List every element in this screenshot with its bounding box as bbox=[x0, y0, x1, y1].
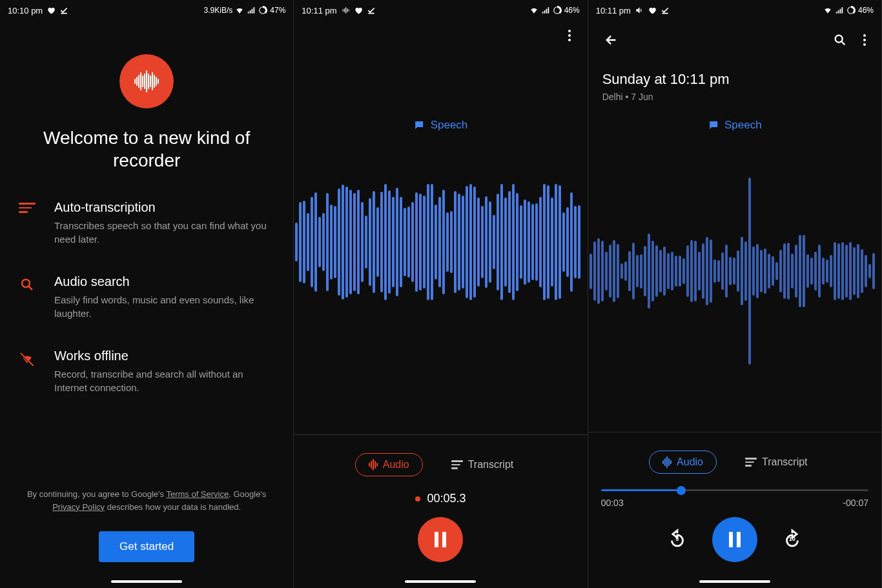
pause-recording-button[interactable] bbox=[418, 517, 463, 562]
status-bar: 10:11 pm 46% bbox=[294, 0, 587, 18]
svg-point-1 bbox=[22, 279, 30, 287]
welcome-screen: 10:10 pm 3.9KiB/s 47% Welcome to a new k… bbox=[0, 0, 294, 588]
battery-circle-icon bbox=[553, 6, 562, 15]
recording-subtitle: Delhi • 7 Jun bbox=[602, 92, 867, 102]
speech-label: Speech bbox=[414, 119, 468, 132]
svg-rect-8 bbox=[348, 10, 349, 11]
tab-audio[interactable]: Audio bbox=[649, 451, 717, 474]
signal-icon bbox=[247, 6, 256, 15]
status-time: 10:11 pm bbox=[302, 6, 336, 15]
svg-rect-7 bbox=[347, 8, 347, 12]
status-battery: 47% bbox=[270, 6, 285, 15]
status-bar: 10:10 pm 3.9KiB/s 47% bbox=[0, 0, 293, 18]
playback-waveform[interactable] bbox=[588, 161, 881, 381]
recording-waveform bbox=[294, 168, 587, 316]
waveform-icon bbox=[134, 70, 159, 92]
feature-body: Easily find words, music and even sounds… bbox=[54, 293, 274, 320]
rec-indicator-icon bbox=[341, 6, 350, 15]
signal-icon bbox=[541, 6, 550, 15]
tab-audio[interactable]: Audio bbox=[355, 453, 423, 476]
playback-controls: Audio Transcript 00:03 -00:07 bbox=[588, 432, 881, 588]
feature-heading: Auto-transcription bbox=[54, 200, 274, 215]
nav-handle[interactable] bbox=[405, 580, 476, 583]
heart-icon bbox=[46, 6, 56, 15]
search-icon bbox=[19, 274, 35, 320]
pause-playback-button[interactable] bbox=[712, 517, 757, 562]
search-icon bbox=[833, 33, 847, 47]
audio-wave-icon bbox=[662, 456, 672, 468]
remaining-time: -00:07 bbox=[843, 498, 868, 508]
check-icon bbox=[59, 6, 68, 15]
welcome-title: Welcome to a new kind of recorder bbox=[19, 127, 274, 172]
svg-rect-6 bbox=[345, 7, 346, 13]
wifi-icon bbox=[529, 6, 538, 15]
status-time: 10:10 pm bbox=[8, 6, 43, 15]
svg-rect-5 bbox=[344, 8, 344, 12]
recording-time: 00:05.3 bbox=[294, 492, 587, 505]
feature-heading: Works offline bbox=[54, 349, 274, 363]
speech-label: Speech bbox=[708, 119, 762, 132]
heart-icon bbox=[648, 6, 657, 15]
volume-icon bbox=[635, 6, 644, 15]
feature-auto-transcription: Auto-transcription Transcribes speech so… bbox=[19, 200, 274, 246]
overflow-menu-button[interactable] bbox=[858, 28, 871, 52]
overflow-menu-button[interactable] bbox=[562, 23, 577, 48]
status-bar: 10:11 pm 46% bbox=[588, 0, 881, 18]
audio-wave-icon bbox=[369, 459, 378, 471]
status-time: 10:11 pm bbox=[596, 6, 631, 15]
tab-transcript[interactable]: Transcript bbox=[732, 451, 821, 474]
transcription-icon bbox=[19, 200, 35, 246]
check-icon bbox=[367, 6, 376, 15]
seek-bar[interactable] bbox=[588, 489, 881, 491]
pause-icon bbox=[435, 532, 446, 547]
status-battery: 46% bbox=[564, 6, 580, 15]
check-icon bbox=[661, 6, 670, 15]
wifi-icon bbox=[235, 6, 244, 15]
feature-works-offline: Works offline Record, transcribe and sea… bbox=[19, 349, 274, 394]
svg-rect-4 bbox=[342, 10, 343, 11]
wifi-icon bbox=[823, 6, 832, 15]
offline-icon bbox=[19, 349, 35, 394]
recording-dot-icon bbox=[415, 496, 420, 502]
nav-handle[interactable] bbox=[699, 580, 770, 583]
status-net: 3.9KiB/s bbox=[204, 6, 233, 15]
arrow-left-icon bbox=[604, 33, 619, 47]
search-button[interactable] bbox=[827, 27, 853, 53]
transcript-icon bbox=[745, 458, 757, 467]
elapsed-time: 00:03 bbox=[601, 498, 624, 508]
signal-icon bbox=[835, 6, 844, 15]
recording-title: Sunday at 10:11 pm bbox=[602, 71, 867, 88]
svg-rect-3 bbox=[20, 352, 34, 366]
playback-screen: 10:11 pm 46% Sunday at 10:11 pm Delhi • … bbox=[588, 0, 882, 588]
speech-bubble-icon bbox=[708, 119, 719, 131]
svg-point-11 bbox=[836, 35, 843, 43]
privacy-link[interactable]: Privacy Policy bbox=[52, 502, 105, 512]
speech-bubble-icon bbox=[414, 119, 426, 131]
feature-audio-search: Audio search Easily find words, music an… bbox=[19, 274, 274, 320]
nav-handle[interactable] bbox=[111, 580, 182, 583]
recording-screen: 10:11 pm 46% Speech Audio bbox=[294, 0, 588, 588]
feature-body: Transcribes speech so that you can find … bbox=[54, 219, 274, 246]
battery-circle-icon bbox=[258, 6, 267, 15]
legal-text: By continuing, you agree to Google's Ter… bbox=[17, 488, 276, 513]
feature-body: Record, transcribe and search all withou… bbox=[54, 367, 274, 394]
skip-back-button[interactable]: 5 bbox=[664, 527, 690, 553]
status-battery: 46% bbox=[858, 6, 874, 15]
heart-icon bbox=[354, 6, 363, 15]
get-started-button[interactable]: Get started bbox=[99, 531, 194, 562]
transcript-icon bbox=[451, 460, 463, 469]
tos-link[interactable]: Terms of Service bbox=[166, 489, 229, 499]
feature-heading: Audio search bbox=[54, 274, 274, 289]
recording-controls: Audio Transcript 00:05.3 bbox=[294, 434, 587, 588]
pause-icon bbox=[729, 532, 741, 547]
skip-forward-button[interactable]: 10 bbox=[779, 527, 805, 553]
tab-transcript[interactable]: Transcript bbox=[438, 453, 527, 476]
back-button[interactable] bbox=[599, 27, 624, 53]
app-logo-icon bbox=[119, 54, 174, 108]
battery-circle-icon bbox=[846, 6, 856, 15]
